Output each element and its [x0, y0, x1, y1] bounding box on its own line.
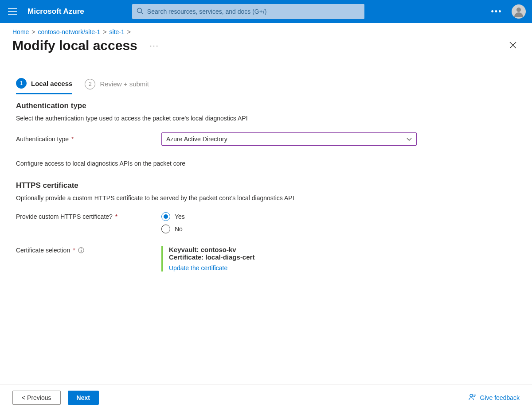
- svg-point-5: [470, 394, 473, 397]
- https-section-title: HTTPS certificate: [16, 181, 516, 190]
- cert-keyvault-line: Keyvault: contoso-kv: [169, 246, 254, 253]
- chevron-right-icon: >: [31, 28, 35, 35]
- required-indicator: *: [71, 136, 74, 143]
- radio-yes-label: Yes: [175, 213, 185, 220]
- required-indicator: *: [115, 213, 117, 220]
- breadcrumb-home[interactable]: Home: [12, 28, 29, 35]
- close-icon: [509, 41, 517, 49]
- tab-label: Review + submit: [100, 80, 149, 88]
- global-search[interactable]: [132, 4, 364, 19]
- topbar-more-button[interactable]: •••: [488, 3, 505, 20]
- svg-point-3: [81, 248, 82, 249]
- auth-type-label: Authentication type: [16, 136, 69, 143]
- https-section-desc: Optionally provide a custom HTTPS certif…: [16, 194, 516, 202]
- chevron-right-icon: >: [127, 28, 131, 35]
- required-indicator: *: [73, 247, 75, 254]
- tab-step-number: 2: [85, 79, 95, 89]
- update-cert-link[interactable]: Update the certificate: [169, 264, 227, 271]
- brand-label: Microsoft Azure: [27, 7, 84, 16]
- tab-label: Local access: [31, 80, 72, 87]
- breadcrumb-site[interactable]: site-1: [110, 28, 125, 35]
- auth-section-desc: Select the authentication type used to a…: [16, 115, 516, 122]
- tab-step-number: 1: [16, 78, 27, 89]
- top-bar: Microsoft Azure •••: [0, 0, 532, 23]
- auth-type-select[interactable]: Azure Active Directory: [161, 132, 417, 146]
- radio-yes[interactable]: Yes: [161, 212, 185, 221]
- cert-name-line: Certificate: local-diags-cert: [169, 253, 254, 261]
- breadcrumb: Home > contoso-network/site-1 > site-1 >: [0, 23, 532, 35]
- tab-review-submit[interactable]: 2 Review + submit: [85, 78, 149, 94]
- ellipsis-icon: •••: [491, 7, 502, 16]
- radio-icon: [161, 225, 170, 233]
- search-input[interactable]: [147, 8, 360, 15]
- give-feedback-link[interactable]: Give feedback: [469, 393, 520, 403]
- auth-type-selected-value: Azure Active Directory: [166, 136, 227, 143]
- feedback-label: Give feedback: [480, 394, 520, 401]
- cert-info-block: Keyvault: contoso-kv Certificate: local-…: [161, 246, 254, 271]
- feedback-icon: [469, 393, 477, 403]
- hamburger-icon[interactable]: [4, 3, 21, 20]
- search-icon: [137, 8, 144, 16]
- svg-rect-4: [81, 250, 81, 252]
- svg-point-1: [516, 8, 521, 12]
- auth-section-title: Authentication type: [16, 101, 516, 110]
- tab-local-access[interactable]: 1 Local access: [16, 78, 72, 94]
- cert-selection-label: Certificate selection: [16, 247, 70, 254]
- breadcrumb-network[interactable]: contoso-network/site-1: [38, 28, 101, 35]
- radio-no[interactable]: No: [161, 225, 185, 233]
- footer: < Previous Next Give feedback: [0, 384, 532, 411]
- page-title: Modify local access: [12, 38, 137, 53]
- title-row: Modify local access ···: [0, 35, 532, 56]
- radio-no-label: No: [175, 225, 183, 233]
- auth-sub-desc: Configure access to local diagnostics AP…: [16, 160, 516, 167]
- page-more-button[interactable]: ···: [146, 39, 163, 52]
- chevron-right-icon: >: [103, 28, 106, 35]
- content: 1 Local access 2 Review + submit Authent…: [0, 56, 532, 384]
- avatar[interactable]: [512, 4, 526, 19]
- next-button[interactable]: Next: [68, 391, 99, 405]
- provide-cert-label: Provide custom HTTPS certificate?: [16, 213, 113, 220]
- close-button[interactable]: [506, 39, 520, 53]
- radio-icon: [161, 212, 170, 221]
- provide-cert-radio-group: Yes No: [161, 212, 185, 233]
- info-icon[interactable]: [78, 247, 84, 253]
- previous-button[interactable]: < Previous: [12, 391, 61, 405]
- svg-point-0: [137, 8, 141, 12]
- tab-bar: 1 Local access 2 Review + submit: [16, 78, 516, 94]
- chevron-down-icon: [407, 136, 412, 143]
